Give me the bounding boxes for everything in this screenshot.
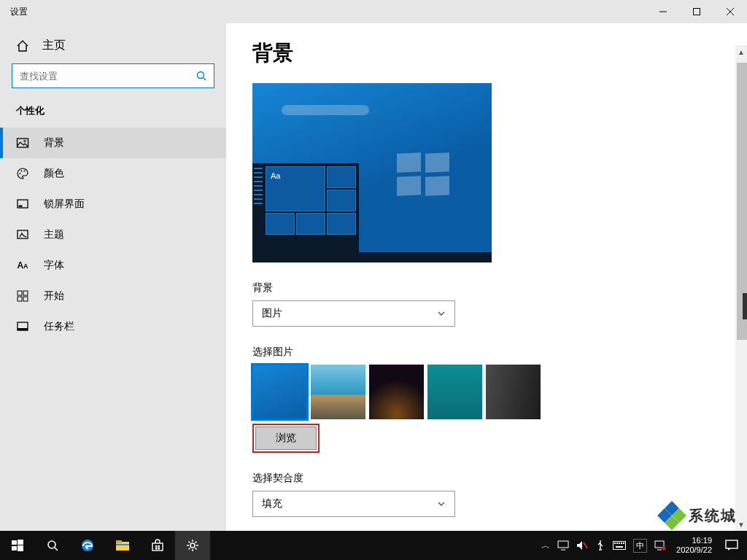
chevron-down-icon bbox=[437, 309, 446, 318]
font-icon: AA bbox=[16, 259, 29, 272]
svg-rect-48 bbox=[655, 541, 664, 548]
search-icon bbox=[196, 71, 206, 81]
tray-network-icon[interactable] bbox=[654, 540, 666, 551]
svg-rect-34 bbox=[158, 548, 160, 550]
svg-line-5 bbox=[204, 78, 206, 81]
svg-rect-16 bbox=[18, 297, 22, 301]
svg-rect-29 bbox=[116, 544, 129, 545]
window-title: 设置 bbox=[0, 6, 28, 18]
home-link[interactable]: 主页 bbox=[0, 23, 226, 63]
svg-point-50 bbox=[662, 547, 666, 551]
svg-rect-12 bbox=[19, 206, 23, 207]
tray-usb-icon[interactable] bbox=[595, 540, 605, 551]
svg-line-25 bbox=[55, 548, 58, 551]
svg-line-39 bbox=[584, 542, 587, 548]
svg-rect-51 bbox=[726, 540, 738, 548]
svg-point-9 bbox=[21, 171, 23, 172]
svg-rect-36 bbox=[558, 541, 568, 548]
scrollbar[interactable]: ▲ ▼ bbox=[735, 45, 747, 531]
taskbar-icon bbox=[16, 320, 29, 333]
svg-marker-38 bbox=[577, 541, 582, 550]
tray-clock[interactable]: 16:19 2020/9/22 bbox=[672, 536, 716, 555]
sidebar-item-lockscreen[interactable]: 锁屏界面 bbox=[0, 189, 226, 219]
home-label: 主页 bbox=[42, 38, 66, 53]
taskbar-search[interactable] bbox=[35, 531, 70, 560]
svg-rect-43 bbox=[616, 542, 618, 544]
fit-select[interactable]: 填充 bbox=[252, 491, 455, 517]
sidebar-item-label: 任务栏 bbox=[44, 320, 74, 333]
taskbar-edge[interactable] bbox=[70, 531, 105, 560]
svg-point-4 bbox=[198, 72, 204, 79]
svg-rect-32 bbox=[158, 545, 160, 548]
tray-volume-icon[interactable] bbox=[576, 540, 588, 551]
tray-lang[interactable]: 中 bbox=[633, 539, 647, 553]
sidebar-item-label: 颜色 bbox=[44, 167, 64, 180]
watermark: 系统城 bbox=[659, 503, 737, 528]
nav: 背景 颜色 锁屏界面 主题 AA 字体 bbox=[0, 128, 226, 342]
content: 背景 Aa 背景 图片 选择图片 bbox=[226, 23, 747, 531]
tray-display-icon[interactable] bbox=[557, 540, 569, 551]
search-input[interactable] bbox=[20, 71, 196, 82]
action-center-button[interactable] bbox=[716, 531, 747, 560]
svg-rect-28 bbox=[116, 540, 122, 543]
svg-rect-6 bbox=[18, 139, 28, 147]
svg-rect-22 bbox=[12, 546, 17, 551]
taskbar-explorer[interactable] bbox=[105, 531, 140, 560]
svg-rect-30 bbox=[152, 543, 163, 551]
minimize-button[interactable] bbox=[646, 0, 680, 23]
picture-icon bbox=[16, 136, 29, 149]
tray-chevron-up-icon[interactable]: ︿ bbox=[541, 540, 550, 552]
svg-rect-23 bbox=[18, 545, 23, 551]
picture-thumbs bbox=[252, 365, 747, 419]
svg-rect-21 bbox=[18, 540, 23, 545]
close-button[interactable] bbox=[713, 0, 747, 23]
svg-rect-19 bbox=[18, 328, 28, 330]
picture-thumb[interactable] bbox=[486, 365, 541, 419]
lockscreen-icon bbox=[16, 198, 29, 211]
background-type-select[interactable]: 图片 bbox=[252, 300, 455, 327]
picture-thumb[interactable] bbox=[311, 365, 365, 419]
picture-thumb[interactable] bbox=[369, 365, 424, 419]
settings-window: 设置 主页 个性化 背景 bbox=[0, 0, 747, 531]
sidebar-item-label: 字体 bbox=[44, 259, 64, 272]
svg-rect-46 bbox=[623, 542, 624, 544]
svg-rect-45 bbox=[621, 542, 622, 544]
scroll-down-icon[interactable]: ▼ bbox=[735, 518, 747, 531]
sidebar-item-colors[interactable]: 颜色 bbox=[0, 158, 226, 189]
sidebar-item-start[interactable]: 开始 bbox=[0, 281, 226, 311]
picture-thumb[interactable] bbox=[252, 365, 307, 419]
section-title: 个性化 bbox=[0, 101, 226, 128]
tray-time: 16:19 bbox=[676, 536, 712, 545]
taskbar-store[interactable] bbox=[140, 531, 175, 560]
svg-rect-42 bbox=[614, 542, 616, 544]
tray-keyboard-icon[interactable] bbox=[613, 541, 626, 550]
taskbar-settings[interactable] bbox=[175, 531, 210, 560]
system-tray[interactable]: ︿ 中 bbox=[535, 539, 672, 553]
sidebar-item-label: 主题 bbox=[44, 228, 64, 241]
svg-rect-1 bbox=[694, 9, 700, 15]
svg-point-7 bbox=[24, 140, 26, 142]
start-button[interactable] bbox=[0, 531, 35, 560]
sidebar-item-taskbar[interactable]: 任务栏 bbox=[0, 311, 226, 342]
picture-thumb[interactable] bbox=[427, 365, 482, 419]
background-type-label: 背景 bbox=[252, 281, 747, 295]
windows-logo-icon bbox=[397, 153, 449, 195]
maximize-button[interactable] bbox=[680, 0, 713, 23]
scroll-up-icon[interactable]: ▲ bbox=[735, 45, 747, 58]
preview-sample-text: Aa bbox=[266, 166, 325, 211]
fit-label: 选择契合度 bbox=[252, 472, 747, 485]
browse-button[interactable]: 浏览 bbox=[255, 427, 317, 450]
start-icon bbox=[16, 289, 29, 303]
sidebar-item-label: 锁屏界面 bbox=[44, 198, 85, 211]
search-input-wrap[interactable] bbox=[12, 63, 214, 88]
sidebar-item-label: 开始 bbox=[44, 289, 64, 303]
sidebar-item-fonts[interactable]: AA 字体 bbox=[0, 250, 226, 281]
watermark-text: 系统城 bbox=[689, 506, 737, 526]
sidebar-item-background[interactable]: 背景 bbox=[0, 128, 226, 158]
tray-date: 2020/9/22 bbox=[676, 545, 712, 555]
home-icon bbox=[16, 39, 29, 52]
svg-rect-44 bbox=[619, 542, 620, 544]
sidebar-item-themes[interactable]: 主题 bbox=[0, 219, 226, 250]
svg-rect-14 bbox=[18, 291, 22, 295]
window-body: 主页 个性化 背景 颜色 锁屏界面 bbox=[0, 23, 747, 531]
